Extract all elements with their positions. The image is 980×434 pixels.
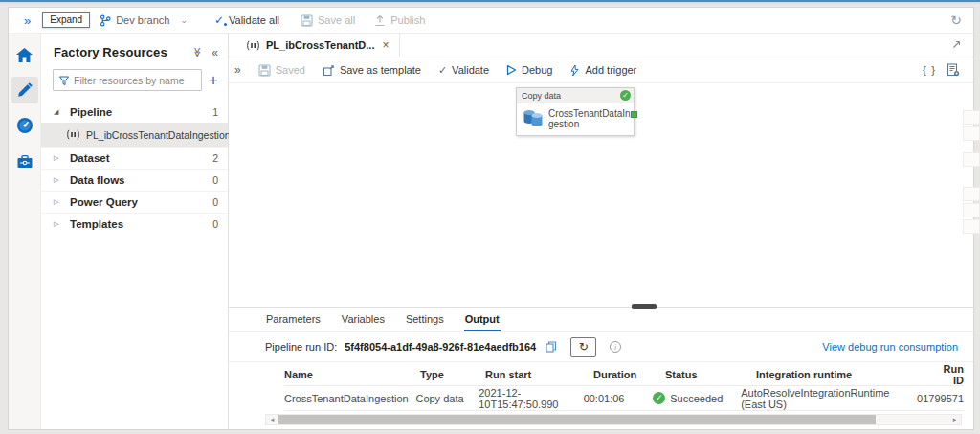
app-frame: » Expand Dev branch ⌄ ✓ Validate all	[8, 7, 974, 430]
canvas-control-button[interactable]	[963, 152, 980, 167]
cell-duration: 00:01:06	[584, 393, 654, 404]
status-badge: Succeeded	[670, 393, 723, 404]
filter-resources-input[interactable]	[74, 75, 195, 86]
canvas-control-button[interactable]	[963, 219, 980, 234]
tab-parameters[interactable]: Parameters	[265, 308, 322, 331]
check-icon: ✓	[438, 64, 447, 77]
cell-run-id: 01799571	[917, 393, 964, 404]
publish-button[interactable]: Publish	[374, 14, 425, 27]
template-icon	[323, 64, 335, 77]
branch-selector[interactable]: Dev branch ⌄	[100, 14, 188, 27]
scrollbar-thumb[interactable]	[278, 415, 876, 424]
editor-area: PL_ibCrossTenantD... × »	[229, 34, 973, 429]
nav-manage-button[interactable]	[11, 148, 38, 174]
refresh-output-button[interactable]: ↻	[570, 337, 596, 357]
toolbar-overflow-chevrons[interactable]: »	[234, 63, 241, 77]
properties-icon[interactable]	[947, 63, 960, 77]
pipeline-run-id-row: Pipeline run ID: 5f4f8054-a1df-49a8-926f…	[229, 332, 973, 362]
panel-resize-handle[interactable]	[632, 304, 657, 309]
run-id-value: 5f4f8054-a1df-49a8-926f-81e4aedfb164	[345, 341, 536, 353]
tab-label: PL_ibCrossTenantD...	[266, 39, 374, 51]
expander-icon[interactable]: ◢	[54, 108, 61, 116]
cell-type: Copy data	[415, 393, 479, 404]
code-view-icon[interactable]: { }	[923, 64, 936, 76]
canvas-control-button[interactable]	[963, 187, 980, 201]
tree-item-pipeline-child[interactable]: PL_ibCrossTenantDataIngestion	[41, 123, 228, 147]
add-resource-button[interactable]: +	[209, 72, 218, 88]
save-as-template-button[interactable]: Save as template	[323, 64, 421, 77]
expander-icon[interactable]: ▷	[54, 154, 61, 162]
filter-resources-box	[53, 69, 202, 91]
copy-data-activity[interactable]: Copy data ✓ CrossTenantDataIng	[516, 87, 635, 136]
validate-all-icon: ✓	[214, 13, 224, 27]
gauge-icon	[16, 117, 33, 134]
tree-item-data-flows[interactable]: ▷ Data flows 0	[41, 169, 228, 191]
canvas-control-button[interactable]	[963, 110, 980, 125]
resources-tree: ◢ Pipeline 1 PL_ibCrossTenantDataIngesti…	[41, 101, 228, 429]
activity-output-connector[interactable]	[631, 111, 637, 118]
debug-button[interactable]: Debug	[506, 64, 552, 76]
activity-runs-table: Name Type Run start Duration Status Inte…	[229, 362, 973, 411]
nav-home-button[interactable]	[11, 41, 38, 68]
tree-item-dataset[interactable]: ▷ Dataset 2	[41, 147, 228, 169]
cell-integration-runtime: AutoResolveIntegrationRuntime (East US)	[741, 387, 917, 410]
add-trigger-button[interactable]: Add trigger	[569, 64, 636, 77]
expander-icon[interactable]: ▷	[54, 176, 61, 184]
tree-item-templates[interactable]: ▷ Templates 0	[41, 213, 228, 235]
data-flows-count: 0	[212, 174, 218, 186]
cell-name: CrossTenantDataIngestion	[284, 393, 415, 404]
col-status[interactable]: Status	[665, 369, 756, 380]
col-run-id[interactable]: Run ID	[938, 363, 964, 386]
tab-pipeline[interactable]: PL_ibCrossTenantD... ×	[236, 34, 400, 57]
copy-run-id-icon[interactable]	[546, 341, 557, 353]
activity-type-label: Copy data	[522, 91, 561, 101]
bottom-panel-tabs: Parameters Variables Settings Output	[229, 308, 973, 332]
top-command-bar: » Expand Dev branch ⌄ ✓ Validate all	[9, 8, 973, 34]
tab-output[interactable]: Output	[464, 308, 501, 331]
nav-monitor-button[interactable]	[11, 112, 38, 139]
save-all-button[interactable]: Save all	[301, 14, 355, 27]
canvas-control-button[interactable]	[963, 126, 980, 141]
tab-settings[interactable]: Settings	[405, 308, 445, 331]
pipeline-canvas[interactable]: Copy data ✓ CrossTenantDataIng	[229, 83, 973, 307]
pipeline-toolbar: » Saved	[229, 57, 973, 83]
close-icon[interactable]: ×	[382, 38, 389, 52]
pipeline-icon	[66, 129, 80, 140]
scroll-right-arrow[interactable]: ▸	[948, 416, 961, 423]
expand-panel-chevrons[interactable]: »	[24, 13, 31, 28]
info-icon[interactable]: i	[610, 341, 621, 353]
dataset-count: 2	[212, 152, 218, 164]
expander-icon[interactable]: ▷	[54, 220, 61, 228]
horizontal-scrollbar[interactable]: ◂ ▸	[265, 414, 962, 425]
refresh-icon[interactable]: ↻	[950, 12, 962, 28]
col-run-start[interactable]: Run start	[485, 369, 593, 380]
branch-label: Dev branch	[116, 14, 169, 26]
chevron-down-icon: ⌄	[180, 15, 188, 25]
col-name[interactable]: Name	[284, 369, 420, 380]
collapse-all-icon[interactable]: ≫	[192, 47, 203, 57]
save-icon	[258, 64, 271, 77]
col-duration[interactable]: Duration	[593, 369, 665, 380]
canvas-control-button[interactable]	[963, 203, 980, 217]
table-row[interactable]: CrossTenantDataIngestion Copy data 2021-…	[284, 385, 964, 411]
tab-variables[interactable]: Variables	[341, 308, 386, 331]
cell-status: ✓ Succeeded	[653, 392, 741, 404]
col-type[interactable]: Type	[420, 369, 485, 380]
expander-icon[interactable]: ▷	[54, 198, 61, 206]
pipeline-count: 1	[212, 106, 218, 118]
scroll-left-arrow[interactable]: ◂	[266, 416, 278, 423]
col-integration-runtime[interactable]: Integration runtime	[756, 369, 938, 380]
cell-run-start: 2021-12-10T15:47:50.990	[479, 387, 583, 410]
home-icon	[15, 47, 33, 63]
branch-icon	[100, 14, 111, 27]
saved-indicator: Saved	[258, 64, 305, 77]
validate-button[interactable]: ✓ Validate	[438, 64, 489, 77]
view-debug-run-consumption-link[interactable]: View debug run consumption	[822, 341, 958, 353]
tree-item-pipeline[interactable]: ◢ Pipeline 1	[41, 101, 228, 123]
nav-author-button[interactable]	[11, 77, 38, 103]
power-query-count: 0	[212, 196, 218, 208]
expand-editor-icon[interactable]	[951, 39, 962, 50]
validate-all-button[interactable]: ✓ Validate all	[214, 13, 279, 27]
collapse-panel-icon[interactable]: «	[212, 46, 218, 59]
tree-item-power-query[interactable]: ▷ Power Query 0	[41, 191, 228, 213]
